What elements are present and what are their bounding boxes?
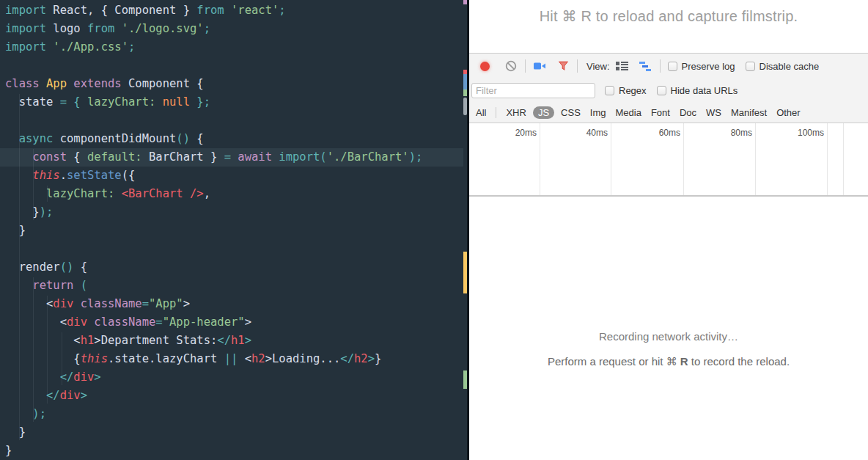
code-line[interactable]: import './App.css'; [0,38,463,56]
indent-guide [33,277,34,422]
timeline-tick-label: 60ms [659,128,683,138]
indent-guide [62,332,62,385]
filter-tab-img[interactable]: Img [590,107,606,118]
toolbar-separator [577,59,578,73]
network-toolbar: View: Pres [469,54,868,79]
recording-instruction-text: Perform a request or hit ⌘ R to record t… [469,355,868,368]
timeline-tick-label: 40ms [586,128,611,138]
code-line[interactable]: ); [0,405,463,423]
filter-tab-other[interactable]: Other [776,107,801,118]
indent-guide [19,94,20,440]
capture-screenshots-button[interactable] [533,59,546,73]
regex-checkbox[interactable] [605,86,614,95]
code-line[interactable]: <div className="App-header"> [0,313,463,332]
filter-tab-js[interactable]: JS [533,106,554,119]
funnel-icon [558,61,569,71]
code-line[interactable]: render() { [0,258,463,277]
resource-type-tabs: AllXHRJSCSSImgMediaFontDocWSManifestOthe… [469,102,868,123]
filter-button[interactable] [556,59,570,73]
filter-input[interactable] [471,83,595,98]
filmstrip-hint-text: Hit ⌘ R to reload and capture filmstrip. [540,8,798,24]
toolbar-separator [660,59,661,73]
clear-icon [505,60,517,72]
code-line[interactable]: </div> [0,368,463,387]
code-line[interactable]: class App extends Component { [0,75,463,93]
clear-button[interactable] [504,59,518,73]
code-editor[interactable]: import React, { Component } from 'react'… [0,0,467,460]
code-line[interactable]: this.setState({ [0,167,463,185]
code-lines: import React, { Component } from 'react'… [0,0,463,460]
code-line[interactable]: <div className="App"> [0,295,463,313]
regex-label: Regex [619,85,647,96]
timeline-gridline [540,123,540,195]
split-view: import React, { Component } from 'react'… [0,0,868,460]
filter-tab-css[interactable]: CSS [561,107,581,118]
filter-tab-manifest[interactable]: Manifest [731,107,767,118]
filter-tab-media[interactable]: Media [615,107,641,118]
filter-tab-xhr[interactable]: XHR [506,107,526,118]
code-line[interactable]: import logo from './logo.svg'; [0,20,463,38]
record-icon [480,62,490,71]
toolbar-separator [525,59,526,73]
disable-cache-checkbox[interactable] [746,62,755,71]
overview-toggle[interactable] [639,59,652,73]
code-line[interactable]: return ( [0,277,463,295]
code-line[interactable]: const { default: BarChart } = await impo… [0,148,463,167]
timeline-gridline [827,123,828,195]
code-line[interactable]: </div> [0,387,463,405]
code-line[interactable]: } [0,423,463,442]
code-line[interactable]: state = { lazyChart: null }; [0,93,463,112]
preserve-log-checkbox[interactable] [668,62,677,71]
hide-data-urls-checkbox[interactable] [657,86,666,95]
devtools-network-panel: Hit ⌘ R to reload and capture filmstrip. [469,0,868,460]
code-line[interactable]: async componentDidMount() { [0,130,463,148]
filter-tab-font[interactable]: Font [651,107,670,118]
view-label: View: [586,61,610,72]
large-rows-icon [616,61,628,71]
camera-icon [534,62,546,70]
timeline-tick-label: 100ms [798,128,827,138]
timeline-gridline [843,123,844,195]
filmstrip-hint: Hit ⌘ R to reload and capture filmstrip. [469,0,868,54]
disable-cache-label: Disable cache [760,61,820,72]
timeline-ruler: 20ms40ms60ms80ms100ms [469,123,868,197]
code-line[interactable] [0,112,463,130]
preserve-log-label: Preserve log [682,61,735,72]
timeline-tick-label: 80ms [731,128,755,138]
recording-status-text: Recording network activity… [469,330,868,343]
code-line[interactable] [0,56,463,75]
filter-tab-doc[interactable]: Doc [680,107,696,118]
tab-divider [496,107,496,118]
code-line[interactable]: } [0,222,463,240]
code-line[interactable]: lazyChart: <BarChart />, [0,185,463,203]
code-line[interactable]: {this.state.lazyChart || <h2>Loading...<… [0,350,463,368]
indent-guide [47,296,48,404]
indent-guide [33,149,34,220]
code-line[interactable]: } [0,442,463,460]
hide-data-urls-label: Hide data URLs [671,85,738,96]
network-filter-bar: Regex Hide data URLs [469,79,868,102]
indent-guide [47,186,48,202]
code-line[interactable]: }); [0,203,463,222]
code-line[interactable]: import React, { Component } from 'react'… [0,1,463,20]
timeline-gridline [755,123,756,195]
timeline-tick-label: 20ms [515,128,540,138]
code-line[interactable]: <h1>Department Stats:</h1> [0,332,463,350]
record-button[interactable] [478,59,491,73]
large-rows-toggle[interactable] [616,59,629,73]
filter-tab-ws[interactable]: WS [706,107,721,118]
timeline-gridline [611,123,611,195]
waterfall-icon [639,62,652,71]
filter-tab-all[interactable]: All [476,107,486,118]
code-line[interactable] [0,240,463,258]
timeline-gridline [683,123,684,195]
